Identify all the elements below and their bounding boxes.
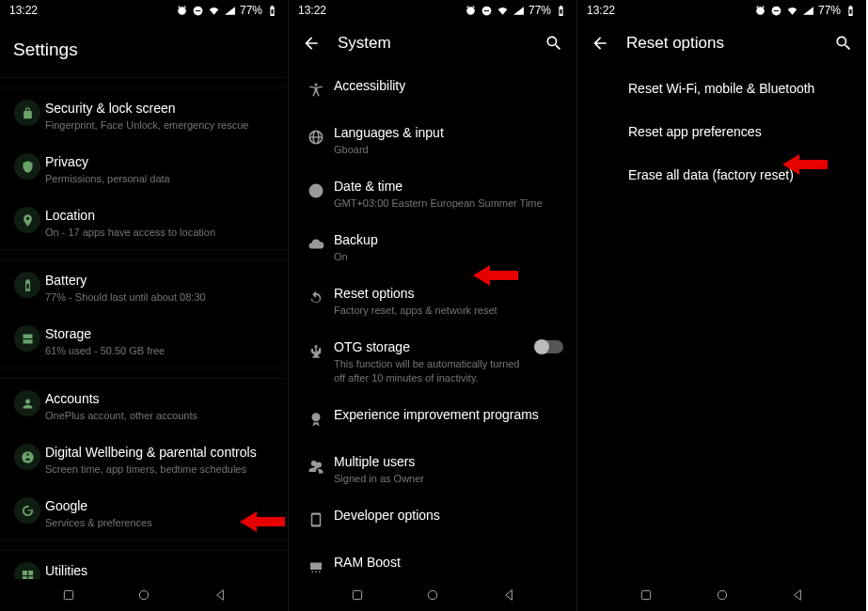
ram-icon xyxy=(303,554,329,579)
item-title: Experience improvement programs xyxy=(334,406,563,423)
nav-home-icon[interactable] xyxy=(425,588,440,603)
item-subtitle: Permissions, personal data xyxy=(45,172,275,186)
system-item-medal[interactable]: Experience improvement programs xyxy=(289,395,576,442)
red-arrow xyxy=(240,509,285,534)
item-title: Backup xyxy=(334,231,563,248)
system-item-phone[interactable]: Developer options xyxy=(289,495,576,542)
nav-bar xyxy=(577,579,866,611)
settings-item-lock[interactable]: Security & lock screenFingerprint, Face … xyxy=(0,88,288,142)
search-icon[interactable] xyxy=(544,34,563,53)
settings-screen: 13:22 77% Settings Security & lock scree… xyxy=(0,0,289,611)
settings-item-battery[interactable]: Battery77% - Should last until about 08:… xyxy=(0,260,288,314)
svg-point-9 xyxy=(428,590,436,599)
nav-back-icon[interactable] xyxy=(790,588,805,603)
nav-home-icon[interactable] xyxy=(136,588,151,603)
nav-recents-icon[interactable] xyxy=(61,588,76,603)
google-icon xyxy=(14,497,40,524)
svg-rect-6 xyxy=(484,9,489,10)
back-icon[interactable] xyxy=(591,34,609,53)
status-time: 13:22 xyxy=(298,4,326,17)
system-item-globe[interactable]: Languages & inputGboard xyxy=(289,113,576,166)
settings-item-wellbeing[interactable]: Digital Wellbeing & parental controlsScr… xyxy=(0,432,288,486)
item-subtitle: 61% used - 50.50 GB free xyxy=(45,344,275,358)
clock-icon xyxy=(303,178,329,204)
system-item-clock[interactable]: Date & timeGMT+03:00 Eastern European Su… xyxy=(289,166,576,220)
svg-rect-11 xyxy=(774,9,779,10)
item-title: OTG storage xyxy=(334,338,528,355)
otg-toggle[interactable] xyxy=(535,340,563,353)
red-arrow xyxy=(473,263,518,288)
svg-rect-8 xyxy=(353,590,361,599)
item-title: Storage xyxy=(45,325,275,342)
item-title: Multiple users xyxy=(334,453,563,470)
users-icon xyxy=(303,453,329,479)
item-subtitle: 77% - Should last until about 08:30 xyxy=(45,290,275,305)
item-title: Utilities xyxy=(45,562,275,579)
battery-pct: 77% xyxy=(818,4,841,17)
settings-item-storage[interactable]: Storage61% used - 50.50 GB free xyxy=(0,314,288,368)
phone-icon xyxy=(303,507,329,533)
system-item-reset[interactable]: Reset optionsFactory reset, apps & netwo… xyxy=(289,274,576,327)
system-item-ram[interactable]: RAM Boost xyxy=(289,542,576,579)
svg-marker-12 xyxy=(782,154,828,175)
reset-option-0[interactable]: Reset Wi-Fi, mobile & Bluetooth xyxy=(615,66,866,109)
status-icons: 77% xyxy=(176,4,278,17)
pin-icon xyxy=(14,207,40,233)
system-item-usb[interactable]: OTG storageThis function will be automat… xyxy=(289,327,576,395)
system-item-cloud[interactable]: BackupOn xyxy=(289,220,576,274)
storage-icon xyxy=(14,325,40,352)
page-title: Settings xyxy=(0,21,288,77)
battery-icon xyxy=(555,5,567,17)
status-time: 13:22 xyxy=(587,4,615,17)
back-icon[interactable] xyxy=(302,34,321,53)
item-title: Languages & input xyxy=(334,124,563,141)
medal-icon xyxy=(303,406,329,432)
item-title: Reset options xyxy=(334,285,563,302)
red-arrow xyxy=(782,152,828,177)
svg-point-4 xyxy=(139,590,148,599)
status-icons: 77% xyxy=(754,4,857,17)
wifi-icon xyxy=(208,5,220,17)
cloud-icon xyxy=(303,231,329,258)
settings-item-grid[interactable]: UtilitiesApp locker, parallel apps xyxy=(0,551,288,579)
item-title: Reset Wi-Fi, mobile & Bluetooth xyxy=(628,80,853,97)
nav-home-icon[interactable] xyxy=(715,588,730,603)
nav-recents-icon[interactable] xyxy=(350,588,365,603)
nav-back-icon[interactable] xyxy=(501,588,516,603)
battery-pct: 77% xyxy=(240,4,262,17)
reset-options-screen: 13:22 77% Reset options Reset Wi-Fi, mob… xyxy=(577,0,866,611)
nav-bar xyxy=(289,579,576,611)
settings-item-person[interactable]: AccountsOnePlus account, other accounts xyxy=(0,379,288,432)
person-icon xyxy=(14,390,40,416)
settings-item-shield[interactable]: PrivacyPermissions, personal data xyxy=(0,142,288,196)
item-title: Accounts xyxy=(45,390,275,407)
usb-icon xyxy=(303,338,329,365)
item-subtitle: Signed in as Owner xyxy=(334,472,563,486)
wellbeing-icon xyxy=(14,444,40,470)
signal-icon xyxy=(224,5,236,17)
globe-icon xyxy=(303,124,329,150)
header-bar: Reset options xyxy=(577,21,866,66)
settings-item-pin[interactable]: LocationOn - 17 apps have access to loca… xyxy=(0,196,288,249)
battery-pct: 77% xyxy=(529,4,551,17)
status-bar: 13:22 77% xyxy=(0,0,288,21)
svg-rect-1 xyxy=(196,9,200,10)
header-title: Reset options xyxy=(626,34,817,53)
system-item-accessibility[interactable]: Accessibility xyxy=(289,66,576,113)
reset-option-1[interactable]: Reset app preferences xyxy=(615,109,866,152)
nav-back-icon[interactable] xyxy=(213,588,228,603)
reset-option-2[interactable]: Erase all data (factory reset) xyxy=(615,152,866,196)
wifi-icon xyxy=(786,5,798,17)
battery-icon xyxy=(14,272,40,298)
search-icon[interactable] xyxy=(834,34,853,53)
item-title: Accessibility xyxy=(334,77,563,94)
grid-icon xyxy=(14,562,40,579)
nav-recents-icon[interactable] xyxy=(639,588,654,603)
signal-icon xyxy=(513,5,525,17)
dnd-icon xyxy=(770,5,782,17)
wifi-icon xyxy=(497,5,509,17)
item-title: Developer options xyxy=(334,507,563,524)
item-subtitle: OnePlus account, other accounts xyxy=(45,409,275,423)
dnd-icon xyxy=(192,5,204,17)
system-item-users[interactable]: Multiple usersSigned in as Owner xyxy=(289,442,576,495)
